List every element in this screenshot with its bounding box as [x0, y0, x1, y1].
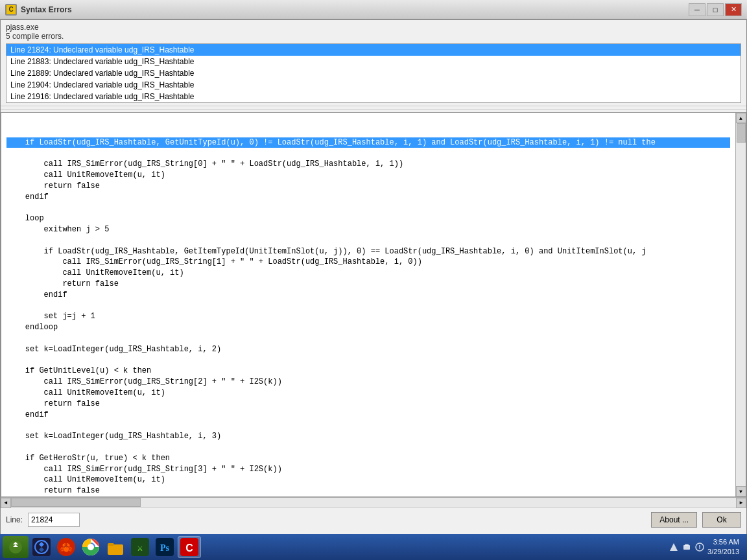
line-input[interactable]	[28, 513, 80, 527]
line-label: Line:	[6, 515, 23, 524]
svg-rect-18	[685, 544, 689, 546]
scroll-h-track[interactable]	[11, 498, 736, 508]
taskbar-folder-icon[interactable]	[104, 536, 127, 558]
scroll-down-button[interactable]: ▼	[736, 486, 746, 496]
tray-icon-3[interactable]	[694, 542, 705, 552]
start-button[interactable]	[3, 536, 29, 558]
clock-area: 3:56 AM 3/29/2013	[707, 537, 739, 557]
error-item[interactable]: Line 21883: Undeclared variable udg_IRS_…	[6, 56, 741, 67]
divider	[1, 106, 746, 110]
horizontal-scrollbar[interactable]: ◄ ►	[1, 497, 746, 508]
vertical-scrollbar[interactable]: ▲ ▼	[735, 113, 746, 496]
svg-text:C: C	[185, 542, 193, 554]
svg-point-7	[88, 544, 94, 550]
main-window: pjass.exe 5 compile errors. Line 21824: …	[0, 19, 747, 541]
svg-text:⚔: ⚔	[137, 542, 143, 553]
taskbar-tray: 3:56 AM 3/29/2013	[663, 537, 744, 557]
error-item[interactable]: Line 21824: Undeclared variable udg_IRS_…	[6, 44, 741, 56]
window-title: Syntax Errors	[21, 5, 689, 14]
scroll-track[interactable]	[736, 123, 746, 486]
filename-label: pjass.exe	[6, 23, 741, 32]
scroll-left-button[interactable]: ◄	[1, 498, 11, 508]
svg-text:🦀: 🦀	[60, 541, 73, 554]
taskbar-warcraft-icon[interactable]	[30, 536, 53, 558]
ok-button[interactable]: Ok	[702, 512, 741, 528]
title-bar-buttons: ─ □ ✕	[689, 3, 742, 16]
svg-rect-8	[108, 544, 123, 555]
close-button[interactable]: ✕	[725, 3, 742, 16]
svg-rect-9	[108, 543, 114, 546]
bottom-bar: Line: About ... Ok	[1, 508, 746, 531]
taskbar: 🦀 ⚔ Ps	[0, 534, 747, 560]
minimize-button[interactable]: ─	[689, 3, 706, 16]
maximize-button[interactable]: □	[707, 3, 724, 16]
tray-icon-2[interactable]	[682, 542, 692, 552]
svg-text:Ps: Ps	[160, 543, 170, 553]
taskbar-chrome-icon[interactable]	[79, 536, 102, 558]
compile-errors-label: 5 compile errors.	[6, 32, 741, 41]
about-button[interactable]: About ...	[651, 512, 697, 528]
code-content: if LoadStr(udg_IRS_Hashtable, GetUnitTyp…	[6, 115, 730, 496]
clock-time: 3:56 AM	[707, 537, 739, 547]
error-item[interactable]: Line 21916: Undeclared variable udg_IRS_…	[6, 91, 741, 102]
scroll-up-button[interactable]: ▲	[736, 113, 746, 123]
tray-icon-1[interactable]	[669, 542, 679, 552]
taskbar-game-icon[interactable]: ⚔	[128, 536, 152, 558]
taskbar-ps-icon[interactable]: Ps	[153, 536, 176, 558]
taskbar-app-red[interactable]: 🦀	[54, 536, 78, 558]
code-container: if LoadStr(udg_IRS_Hashtable, GetUnitTyp…	[1, 112, 746, 497]
window-icon: C	[5, 4, 17, 16]
scroll-h-thumb[interactable]	[11, 498, 141, 507]
scroll-right-button[interactable]: ►	[736, 498, 746, 508]
svg-rect-17	[683, 545, 690, 550]
scroll-thumb[interactable]	[737, 123, 746, 143]
info-bar: pjass.exe 5 compile errors.	[1, 20, 746, 43]
error-item[interactable]: Line 21904: Undeclared variable udg_IRS_…	[6, 79, 741, 91]
code-scroll-area[interactable]: if LoadStr(udg_IRS_Hashtable, GetUnitTyp…	[1, 113, 735, 496]
clock-date: 3/29/2013	[707, 547, 739, 557]
error-item[interactable]: Line 21889: Undeclared variable udg_IRS_…	[6, 67, 741, 79]
svg-marker-16	[670, 543, 678, 551]
title-bar: C Syntax Errors ─ □ ✕	[0, 0, 747, 19]
errors-list: Line 21824: Undeclared variable udg_IRS_…	[6, 43, 741, 103]
taskbar-c-icon[interactable]: C	[178, 536, 201, 558]
